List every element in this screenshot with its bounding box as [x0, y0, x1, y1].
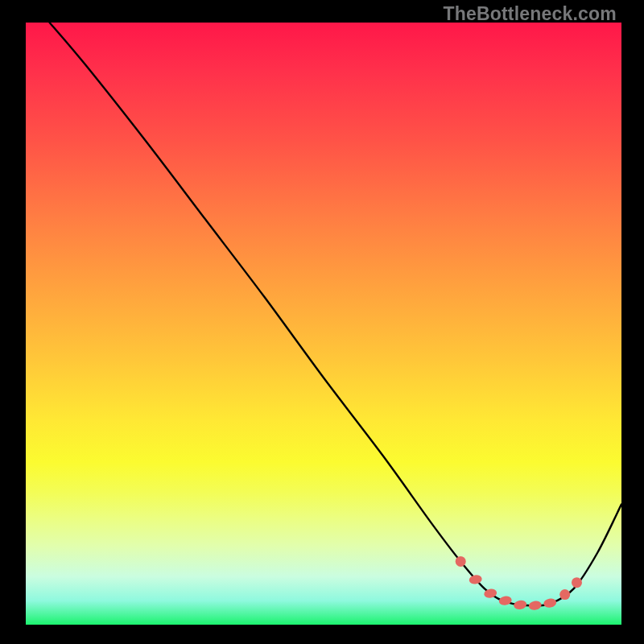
optimal-marker	[559, 589, 570, 600]
optimal-marker	[528, 600, 543, 611]
optimal-marker	[572, 577, 582, 588]
chart-svg	[26, 23, 621, 625]
optimal-marker	[543, 597, 557, 609]
bottleneck-curve-path	[50, 23, 621, 606]
optimal-marker	[456, 556, 466, 567]
watermark-text: TheBottleneck.com	[443, 3, 617, 25]
marker-group	[456, 556, 582, 611]
optimal-marker	[498, 595, 513, 606]
optimal-marker	[513, 600, 527, 611]
chart-plot-area	[26, 23, 621, 625]
